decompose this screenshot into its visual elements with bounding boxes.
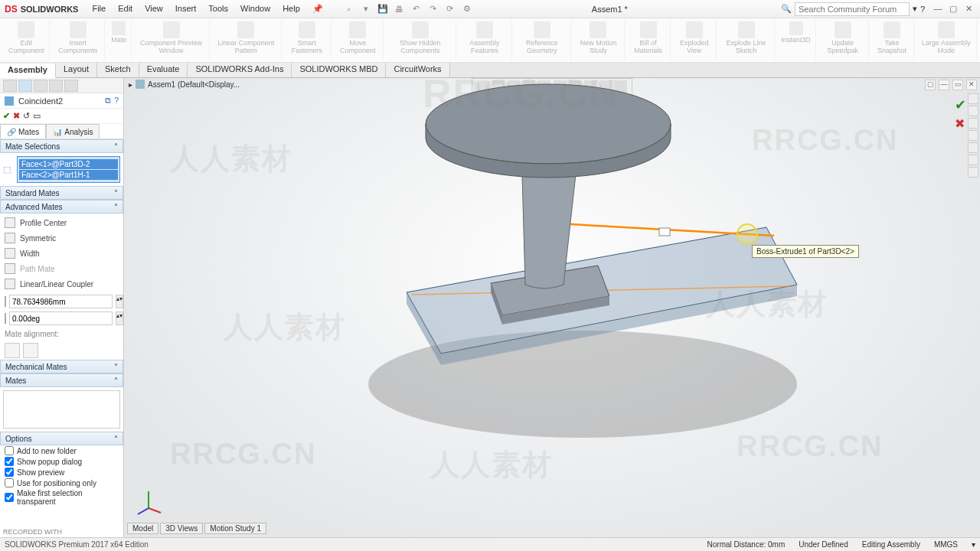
close-icon[interactable]: ✕ — [962, 4, 975, 14]
ribbon-mate[interactable]: Mate — [106, 20, 132, 60]
tab-addins[interactable]: SOLIDWORKS Add-Ins — [188, 63, 292, 77]
ribbon-smart-fasteners[interactable]: Smart Fasteners — [283, 20, 332, 60]
checkbox[interactable] — [5, 493, 14, 502]
mates-box[interactable] — [3, 390, 120, 429]
pm-pin-icon[interactable]: ⧉ — [105, 96, 111, 106]
tab-mbd[interactable]: SOLIDWORKS MBD — [292, 63, 386, 77]
distance-input[interactable] — [9, 295, 113, 308]
subtab-mates[interactable]: 🔗Mates — [0, 124, 46, 139]
ribbon-instant3d[interactable]: Instant3D — [776, 20, 816, 60]
graphics-viewport[interactable]: ▸ Assem1 (Default<Display... ▢ — ▭ ✕ ✔ ✖ — [124, 78, 980, 537]
taskpane-view-palette-icon[interactable] — [968, 142, 978, 153]
rebuild-icon[interactable]: ⟳ — [444, 3, 456, 15]
opt-add-new-folder[interactable]: Add to new folder — [0, 445, 123, 456]
selection-item[interactable]: Face<1>@Part3D-2 — [19, 159, 118, 169]
status-units[interactable]: MMGS — [934, 540, 958, 549]
maximize-icon[interactable]: ▢ — [946, 4, 960, 14]
search-input[interactable] — [795, 2, 910, 16]
ribbon-ref-geometry[interactable]: Reference Geometry — [514, 20, 572, 60]
selection-item[interactable]: Face<2>@Part1H-1 — [19, 170, 118, 180]
orientation-triad[interactable] — [133, 485, 164, 516]
menu-help[interactable]: Help — [278, 2, 305, 15]
ribbon-new-motion[interactable]: New Motion Study — [573, 20, 625, 60]
tab-layout[interactable]: Layout — [56, 63, 97, 77]
pm-detail-icon[interactable]: ▭ — [33, 111, 41, 121]
open-icon[interactable]: ▾ — [360, 3, 372, 15]
opt-show-popup[interactable]: Show popup dialog — [0, 456, 123, 467]
taskpane-appearances-icon[interactable] — [968, 155, 978, 165]
selection-filter-icon[interactable]: ⬚ — [0, 153, 14, 186]
ribbon-explode-line[interactable]: Explode Line Sketch — [718, 20, 775, 60]
taskpane-file-explorer-icon[interactable] — [968, 130, 978, 141]
ribbon-component-preview[interactable]: Component Preview Window — [133, 20, 210, 60]
ribbon-exploded-view[interactable]: Exploded View — [672, 20, 716, 60]
ribbon-edit-component[interactable]: Edit Component — [3, 20, 50, 60]
menu-view[interactable]: View — [140, 2, 168, 15]
ribbon-bom[interactable]: Bill of Materials — [626, 20, 671, 60]
ribbon-large-assembly[interactable]: Large Assembly Mode — [916, 20, 977, 60]
menu-pin-icon[interactable]: 📌 — [308, 2, 328, 15]
pm-ok-button[interactable]: ✔ — [3, 111, 10, 121]
mate-profile-center[interactable]: Profile Center — [0, 215, 123, 230]
taskpane-home-icon[interactable] — [968, 93, 978, 104]
selection-list[interactable]: Face<1>@Part3D-2 Face<2>@Part1H-1 — [17, 156, 120, 183]
fm-tab-display-icon[interactable] — [64, 80, 78, 92]
new-icon[interactable]: ▫ — [343, 3, 355, 15]
fm-tab-dim-icon[interactable] — [49, 80, 63, 92]
spin-up-icon[interactable]: ▴▾ — [116, 295, 123, 308]
taskpane-custom-icon[interactable] — [968, 167, 978, 178]
menu-window[interactable]: Window — [236, 2, 275, 15]
section-advanced-mates[interactable]: Advanced Mates˄ — [0, 200, 123, 214]
tab-assembly[interactable]: Assembly — [0, 64, 56, 78]
menu-edit[interactable]: Edit — [113, 2, 137, 15]
opt-first-transparent[interactable]: Make first selection transparent — [0, 488, 123, 507]
mate-width[interactable]: Width — [0, 246, 123, 261]
taskpane-resources-icon[interactable] — [968, 106, 978, 116]
minimize-icon[interactable]: — — [931, 4, 945, 14]
menu-file[interactable]: File — [87, 2, 110, 15]
ribbon-insert-components[interactable]: Insert Components — [51, 20, 105, 60]
section-mechanical-mates[interactable]: Mechanical Mates˅ — [0, 360, 123, 373]
tab-evaluate[interactable]: Evaluate — [139, 63, 188, 77]
align-aligned-icon[interactable] — [5, 343, 20, 358]
menu-tools[interactable]: Tools — [204, 2, 233, 15]
opt-show-preview[interactable]: Show preview — [0, 467, 123, 478]
mate-symmetric[interactable]: Symmetric — [0, 230, 123, 246]
tab-sketch[interactable]: Sketch — [97, 63, 139, 77]
menu-insert[interactable]: Insert — [171, 2, 201, 15]
pm-help-icon[interactable]: ? — [114, 96, 119, 106]
pm-pushpin-icon[interactable]: ↺ — [23, 111, 30, 121]
mate-linear-coupler[interactable]: Linear/Linear Coupler — [0, 276, 123, 292]
ribbon-take-snapshot[interactable]: Take Snapshot — [871, 20, 915, 60]
pm-cancel-button[interactable]: ✖ — [13, 111, 20, 121]
print-icon[interactable]: 🖶 — [394, 3, 406, 15]
checkbox[interactable] — [5, 468, 14, 477]
checkbox[interactable] — [5, 478, 14, 487]
undo-icon[interactable]: ↶ — [410, 3, 423, 15]
fm-tab-property-icon[interactable] — [18, 80, 32, 92]
section-standard-mates[interactable]: Standard Mates˅ — [0, 186, 123, 200]
ribbon-show-hidden[interactable]: Show Hidden Components — [385, 20, 456, 60]
ribbon-linear-pattern[interactable]: Linear Component Pattern — [211, 20, 282, 60]
ribbon-update-speedpak[interactable]: Update Speedpak — [818, 20, 869, 60]
align-anti-icon[interactable] — [23, 343, 38, 358]
subtab-analysis[interactable]: 📊Analysis — [46, 124, 100, 139]
tab-model[interactable]: Model — [127, 523, 158, 534]
save-icon[interactable]: 💾 — [377, 3, 389, 15]
help-icon[interactable]: ? — [920, 5, 925, 14]
status-dropdown-icon[interactable]: ▾ — [972, 540, 975, 549]
section-options[interactable]: Options˄ — [0, 432, 123, 445]
checkbox[interactable] — [5, 446, 14, 455]
ribbon-assembly-features[interactable]: Assembly Features — [458, 20, 512, 60]
tab-motion-study[interactable]: Motion Study 1 — [204, 523, 266, 534]
fm-tab-config-icon[interactable] — [34, 80, 47, 92]
fm-tab-feature-icon[interactable] — [3, 80, 17, 92]
ribbon-move-component[interactable]: Move Component — [333, 20, 384, 60]
search-dropdown-icon[interactable]: ▾ — [913, 4, 917, 14]
checkbox[interactable] — [5, 457, 14, 466]
mate-path[interactable]: Path Mate — [0, 261, 123, 276]
section-mate-selections[interactable]: Mate Selections˄ — [0, 139, 123, 153]
opt-positioning-only[interactable]: Use for positioning only — [0, 478, 123, 488]
angle-input[interactable] — [9, 311, 113, 325]
spin-up-icon[interactable]: ▴▾ — [116, 311, 123, 325]
